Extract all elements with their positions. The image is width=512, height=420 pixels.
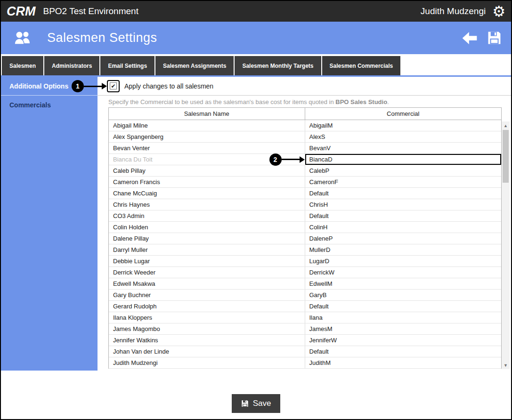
commercial-cell[interactable]: EdwellM bbox=[305, 278, 502, 289]
commercial-cell[interactable]: Default bbox=[305, 301, 502, 312]
commercial-cell[interactable]: DaleneP bbox=[305, 233, 502, 244]
commercial-cell[interactable]: Default bbox=[305, 210, 502, 221]
tab-email-settings[interactable]: Email Settings bbox=[100, 56, 154, 75]
annotation-badge-1: 1 bbox=[72, 80, 84, 92]
table-row: Caleb PillayCalebP bbox=[109, 165, 501, 177]
table-row: Cameron FrancisCameronF bbox=[109, 177, 501, 188]
salesmen-commercials-table: Salesman Name Commercial Abigail MilneAb… bbox=[108, 107, 502, 369]
additional-options-row: ✔ Apply changes to all salesmen bbox=[98, 77, 511, 96]
tab-salesmen-commercials[interactable]: Salesmen Commercials bbox=[322, 56, 401, 75]
titlebar: CRM BPO2 Test Environment Judith Mudzeng… bbox=[1, 1, 511, 22]
salesman-name-cell: Derrick Weeder bbox=[109, 267, 305, 278]
salesman-name-cell: Bevan Venter bbox=[109, 143, 305, 153]
table-row: Debbie LugarLugarD bbox=[109, 256, 501, 267]
annotation-arrow-head-1 bbox=[102, 83, 107, 89]
salesman-name-cell: Dalene Pillay bbox=[109, 233, 305, 244]
table-row: James MagomboJamesM bbox=[109, 323, 501, 335]
annotation-step-1: 1 bbox=[72, 80, 107, 92]
commercial-cell[interactable]: DerrickW bbox=[305, 267, 502, 278]
commercial-cell[interactable]: JenniferW bbox=[305, 335, 502, 346]
tab-salesmen-monthly-targets[interactable]: Salesmen Monthly Targets bbox=[235, 56, 321, 75]
table-header: Salesman Name Commercial bbox=[109, 108, 501, 120]
table-row: Abigail MilneAbigailM bbox=[109, 120, 501, 131]
sidebar-item-commercials[interactable]: Commercials bbox=[1, 96, 98, 114]
commercial-cell[interactable]: ColinH bbox=[305, 222, 502, 233]
sidebar: Additional OptionsCommercials bbox=[1, 77, 98, 371]
salesman-name-cell: Darryl Muller bbox=[109, 244, 305, 255]
crm-logo: CRM bbox=[7, 4, 36, 19]
table-row: Gary BuchnerGaryB bbox=[109, 290, 501, 301]
salesman-name-cell: Johan Van der Linde bbox=[109, 346, 305, 357]
back-arrow-icon[interactable] bbox=[462, 32, 478, 44]
table-row: Darryl MullerMullerD bbox=[109, 244, 501, 256]
salesman-name-cell: Caleb Pillay bbox=[109, 165, 305, 176]
description-text: Specify the Commercial to be used as the… bbox=[108, 98, 335, 105]
annotation-badge-2: 2 bbox=[269, 153, 282, 166]
save-button-label: Save bbox=[253, 399, 271, 408]
salesman-name-cell: Chane McCuaig bbox=[109, 188, 305, 199]
annotation-arrow-line-2 bbox=[282, 159, 300, 160]
apply-all-checkbox[interactable]: ✔ bbox=[107, 80, 120, 92]
column-header-commercial: Commercial bbox=[305, 108, 502, 120]
salesman-name-cell: Gary Buchner bbox=[109, 290, 305, 300]
save-button[interactable]: Save bbox=[232, 394, 281, 413]
save-button-disk-icon bbox=[241, 400, 249, 407]
tab-salesmen-assignments[interactable]: Salesmen Assignments bbox=[155, 56, 234, 75]
salesman-name-cell: Judith Mudzengi bbox=[109, 357, 305, 368]
current-user-name: Judith Mudzengi bbox=[421, 6, 486, 16]
gear-icon[interactable]: ⚙ bbox=[492, 4, 505, 19]
save-icon[interactable] bbox=[487, 31, 502, 45]
vertical-scrollbar[interactable]: ▲ ▼ bbox=[502, 121, 510, 369]
description-period: . bbox=[387, 98, 389, 105]
page-title: Salesmen Settings bbox=[47, 31, 157, 45]
commercial-cell[interactable]: BevanV bbox=[305, 143, 502, 153]
salesman-name-cell: Alex Spangenberg bbox=[109, 131, 305, 142]
tab-strip: SalesmenAdministratorsEmail SettingsSale… bbox=[1, 54, 511, 77]
commercial-cell[interactable]: GaryB bbox=[305, 290, 502, 300]
salesman-name-cell: CO3 Admin bbox=[109, 210, 305, 221]
commercial-cell[interactable]: JamesM bbox=[305, 323, 502, 334]
footer: Save bbox=[1, 371, 511, 419]
salesman-name-cell: Cameron Francis bbox=[109, 177, 305, 187]
salesman-name-cell: James Magombo bbox=[109, 323, 305, 334]
salesman-name-cell: Abigail Milne bbox=[109, 120, 305, 131]
tab-salesmen[interactable]: Salesmen bbox=[2, 56, 43, 75]
commercial-cell[interactable]: Default bbox=[305, 188, 502, 199]
description-bold: BPO Sales Studio bbox=[335, 98, 387, 105]
apply-all-label: Apply changes to all salesmen bbox=[124, 82, 213, 90]
scroll-up-icon[interactable]: ▲ bbox=[502, 121, 510, 129]
salesman-name-cell: Ilana Kloppers bbox=[109, 312, 305, 323]
table-row: Alex SpangenbergAlexS bbox=[109, 131, 501, 143]
scrollbar-track[interactable] bbox=[502, 183, 510, 361]
commercial-cell[interactable]: ChrisH bbox=[305, 199, 502, 210]
commercial-cell[interactable]: Default bbox=[305, 346, 502, 357]
salesmen-icon bbox=[13, 31, 33, 46]
scroll-down-icon[interactable]: ▼ bbox=[502, 361, 510, 369]
commercial-cell[interactable]: MullerD bbox=[305, 244, 502, 255]
table-row: Johan Van der LindeDefault bbox=[109, 346, 501, 357]
table-row: Bianca Du ToitBiancaD2 bbox=[109, 154, 501, 165]
table-row: Ilana KloppersIlana bbox=[109, 312, 501, 323]
table-row: Chris HaynesChrisH bbox=[109, 199, 501, 210]
tab-administrators[interactable]: Administrators bbox=[44, 56, 99, 75]
table-row: Gerard RudolphDefault bbox=[109, 301, 501, 312]
column-header-salesman-name: Salesman Name bbox=[109, 108, 305, 120]
commercial-cell[interactable]: CalebP bbox=[305, 165, 502, 176]
table-row: Chane McCuaigDefault bbox=[109, 188, 501, 199]
content-body: Additional OptionsCommercials ✔ Apply ch… bbox=[1, 77, 511, 371]
commercial-cell[interactable]: AlexS bbox=[305, 131, 502, 142]
scrollbar-thumb[interactable] bbox=[503, 130, 509, 183]
environment-title: BPO2 Test Environment bbox=[43, 6, 138, 16]
salesman-name-cell: Edwell Msakwa bbox=[109, 278, 305, 289]
table-row: Jennifer WatkinsJenniferW bbox=[109, 335, 501, 346]
salesman-name-cell: Chris Haynes bbox=[109, 199, 305, 210]
commercial-cell[interactable]: JudithM bbox=[305, 357, 502, 368]
commercial-cell[interactable]: Ilana bbox=[305, 312, 502, 323]
commercial-cell[interactable]: CameronF bbox=[305, 177, 502, 187]
table-row: Judith MudzengiJudithM bbox=[109, 357, 501, 369]
commercial-cell[interactable]: AbigailM bbox=[305, 120, 502, 131]
commercial-cell[interactable]: BiancaD bbox=[305, 154, 502, 165]
commercial-cell[interactable]: LugarD bbox=[305, 256, 502, 267]
table-row: Bevan VenterBevanV bbox=[109, 143, 501, 154]
annotation-arrow-head-2 bbox=[300, 156, 305, 163]
